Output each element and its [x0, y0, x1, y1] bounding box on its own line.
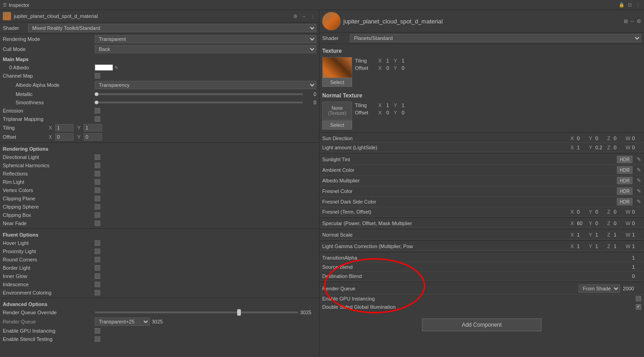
clipping-box-checkbox[interactable]	[95, 212, 100, 218]
normal-offset-row: Offset X 0 Y 0	[355, 109, 641, 116]
material-header: jupiter_planet_cloud_spot_d_material ⚙ ↔…	[0, 10, 319, 23]
double-sided-gi-checkbox[interactable]	[636, 304, 641, 310]
maximize-icon[interactable]: ⊡	[627, 2, 633, 8]
expand-icon-left[interactable]: ↔	[300, 12, 308, 20]
none-texture-preview: None (Texture)	[322, 102, 352, 120]
specular-row: Specular (Power, Offset, Mask Multiplier…	[319, 219, 644, 228]
environment-coloring-checkbox[interactable]	[95, 290, 100, 295]
offset-y-input[interactable]: 0	[84, 133, 102, 141]
clipping-box-label: Clipping Box	[3, 212, 95, 218]
clipping-box-row: Clipping Box	[0, 211, 319, 219]
albedo-value: ✎	[95, 64, 316, 71]
gpu-instancing-checkbox-left[interactable]	[95, 328, 100, 334]
specular-label: Specular (Power, Offset, Mask Multiplier	[322, 221, 570, 226]
round-corners-checkbox[interactable]	[95, 257, 100, 262]
albedo-multiplier-edit[interactable]: ✎	[637, 177, 641, 184]
offset-inputs: X 0 Y 0	[49, 133, 316, 141]
render-queue-slider[interactable]	[95, 309, 298, 316]
near-fade-row: Near Fade	[0, 219, 319, 227]
border-light-checkbox[interactable]	[95, 265, 100, 271]
settings-icon-left[interactable]: ⚙	[291, 12, 299, 20]
shader-dropdown-left[interactable]: Mixed Reality Toolkit/Standard	[28, 24, 316, 32]
shader-label-left: Shader	[3, 25, 28, 31]
vertex-colors-checkbox[interactable]	[95, 187, 100, 193]
iridescence-checkbox[interactable]	[95, 282, 100, 287]
transition-alpha-row: TransitionAlpha 1	[319, 253, 644, 262]
offset-x-input[interactable]: 0	[55, 133, 74, 141]
render-queue-right-dropdown[interactable]: From Shader	[579, 284, 620, 293]
emission-value	[95, 108, 316, 113]
ambient-color-edit[interactable]: ✎	[637, 167, 641, 173]
to-x-label: X	[378, 65, 382, 71]
smoothness-slider-track[interactable]	[95, 102, 303, 103]
environment-coloring-label: Environment Coloring	[3, 290, 95, 295]
sunlight-tint-hdr[interactable]: HDR	[617, 156, 633, 163]
ambient-color-hdr[interactable]: HDR	[617, 166, 633, 174]
near-fade-checkbox[interactable]	[95, 221, 100, 226]
tiling-label: Tiling	[3, 125, 49, 130]
tiling-y-input[interactable]: 1	[84, 124, 102, 131]
albedo-alpha-row: Albedo Alpha Mode Transparency	[0, 80, 319, 90]
fresnel-color-hdr[interactable]: HDR	[617, 187, 633, 195]
albedo-multiplier-hdr[interactable]: HDR	[617, 177, 633, 184]
shader-row-right: Shader Planets/Standard	[319, 33, 644, 44]
render-queue-row-right: Render Queue From Shader 2000	[319, 283, 644, 295]
triplanar-checkbox[interactable]	[95, 116, 100, 122]
gpu-instancing-checkbox-right[interactable]	[636, 296, 641, 301]
tx-y-val: 1	[402, 58, 405, 63]
albedo-alpha-dropdown[interactable]: Transparency	[95, 81, 316, 89]
lock-icon[interactable]: 🔒	[618, 2, 625, 8]
material-name-left: jupiter_planet_cloud_spot_d_material	[14, 13, 289, 19]
texture-offset-label: Offset	[355, 65, 376, 71]
channel-map-checkbox[interactable]	[95, 73, 100, 79]
settings-right-icon[interactable]: ⚙	[637, 18, 641, 24]
none-texture-label: None	[332, 106, 343, 111]
triplanar-row: Triplanar Mapping	[0, 115, 319, 123]
menu-icon[interactable]: ⋮	[635, 2, 641, 8]
header-icons: ⚙ ↔ ⋮	[291, 12, 316, 20]
hover-light-checkbox[interactable]	[95, 240, 100, 246]
offset-y-group: Y 0	[77, 133, 102, 141]
albedo-edit-icon[interactable]: ✎	[114, 65, 118, 70]
texture-tiling-row: Tiling X 1 Y 1	[355, 57, 641, 64]
fresnel-dark-hdr[interactable]: HDR	[617, 198, 633, 205]
texture-select-button[interactable]: Select	[322, 78, 352, 87]
shader-label-right: Shader	[322, 35, 350, 41]
clipping-plane-checkbox[interactable]	[95, 196, 100, 201]
hover-light-row: Hover Light	[0, 239, 319, 247]
render-queue-preset-dropdown[interactable]: Transparent+25	[95, 317, 150, 326]
normal-texture-select-button[interactable]: Select	[322, 120, 352, 130]
rendering-mode-dropdown[interactable]: Transparent	[95, 35, 316, 43]
render-queue-thumb	[237, 309, 241, 316]
proximity-light-checkbox[interactable]	[95, 249, 100, 254]
tiling-x-input[interactable]: 1	[55, 124, 74, 131]
cull-mode-dropdown[interactable]: Back	[95, 45, 316, 53]
expand-right-icon[interactable]: ↔	[630, 18, 635, 24]
to-y-val: 0	[402, 65, 405, 71]
texture-preview-container: Select	[322, 57, 352, 87]
no-y-label: Y	[393, 110, 397, 115]
fresnel-dark-label: Fresnel Dark Side Color	[322, 199, 617, 204]
metallic-slider-track[interactable]	[95, 93, 303, 95]
spherical-harmonics-checkbox[interactable]	[95, 163, 100, 168]
stencil-testing-checkbox[interactable]	[95, 336, 100, 342]
bookmark-icon[interactable]: ⊞	[624, 18, 628, 24]
reflections-checkbox[interactable]	[95, 171, 100, 176]
iridescence-label: Iridescence	[3, 282, 95, 287]
directional-light-checkbox[interactable]	[95, 154, 100, 160]
more-icon-left[interactable]: ⋮	[309, 12, 316, 20]
fresnel-dark-edit[interactable]: ✎	[637, 198, 641, 205]
albedo-color-swatch[interactable]	[95, 64, 113, 71]
emission-checkbox[interactable]	[95, 108, 100, 113]
albedo-row: 0 Albedo ✎	[0, 63, 319, 72]
clipping-sphere-checkbox[interactable]	[95, 204, 100, 210]
sunlight-tint-edit[interactable]: ✎	[637, 156, 641, 163]
add-component-button[interactable]: Add Component	[422, 318, 541, 331]
inner-glow-checkbox[interactable]	[95, 273, 100, 279]
fresnel-color-edit[interactable]: ✎	[637, 188, 641, 194]
light-gamma-label: Light Gamma Correction (Multiplier, Pow	[322, 244, 570, 249]
shader-dropdown-right[interactable]: Planets/Standard	[350, 34, 641, 42]
offset-x-label: X	[49, 134, 54, 140]
rim-light-checkbox[interactable]	[95, 179, 100, 185]
rim-light-row: Rim Light	[0, 178, 319, 186]
